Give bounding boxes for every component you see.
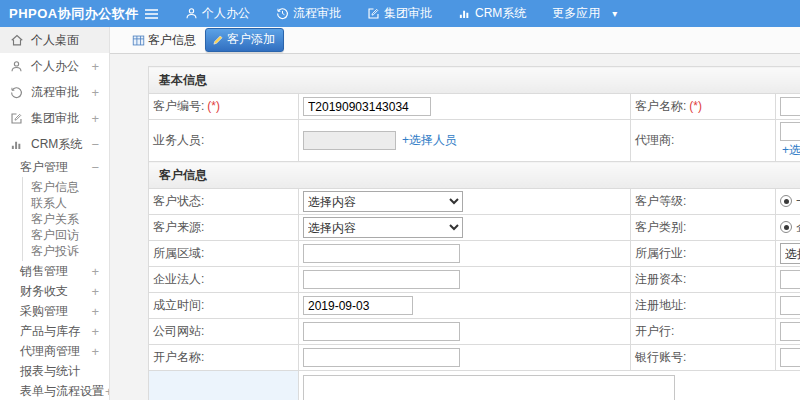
field-cell xyxy=(776,293,800,319)
expand-plus-icon[interactable]: + xyxy=(91,85,99,100)
customer-no-input[interactable] xyxy=(303,97,431,116)
table-row: 成立时间: 注册地址: xyxy=(149,293,800,319)
category-radio[interactable]: 企业 xyxy=(780,219,800,236)
agent-input[interactable] xyxy=(780,122,800,141)
expand-plus-icon[interactable]: + xyxy=(91,324,99,339)
field-label-capital: 注册资本: xyxy=(631,267,776,293)
sidebar-item-form-flow-settings[interactable]: 表单与流程设置 + xyxy=(0,381,109,400)
sidebar-item-report-stats[interactable]: 报表与统计 xyxy=(0,361,109,381)
status-select[interactable]: 选择内容 xyxy=(303,191,463,212)
collapse-minus-icon[interactable]: − xyxy=(91,137,99,152)
topnav-personal-office[interactable]: 个人办公 xyxy=(185,5,250,22)
salesman-input[interactable] xyxy=(303,131,396,150)
menu-toggle-icon[interactable] xyxy=(144,8,159,20)
sidebar-item-flow-approval[interactable]: 流程审批 + xyxy=(0,79,109,105)
field-label-customer-name: 客户名称:(*) xyxy=(631,94,776,120)
collapse-minus-icon[interactable]: − xyxy=(91,160,99,175)
sidebar-item-label: 报表与统计 xyxy=(20,363,80,380)
expand-plus-icon[interactable]: + xyxy=(91,344,99,359)
customer-name-input[interactable] xyxy=(780,97,800,116)
sidebar-item-product-stock[interactable]: 产品与库存 + xyxy=(0,321,109,341)
select-agent-link[interactable]: +选择代理商 xyxy=(782,142,800,159)
expand-plus-icon[interactable]: + xyxy=(91,59,99,74)
expand-plus-icon[interactable]: + xyxy=(91,284,99,299)
field-label-status: 客户状态: xyxy=(149,189,299,215)
sidebar-item-customer-complaint[interactable]: 客户投诉 xyxy=(23,243,109,259)
sidebar-item-desktop[interactable]: 个人桌面 xyxy=(0,27,109,53)
expand-plus-icon[interactable]: + xyxy=(91,111,99,126)
topnav-crm[interactable]: CRM系统 xyxy=(458,5,526,22)
history-icon xyxy=(9,86,24,99)
field-label-bank: 开户行: xyxy=(631,319,776,345)
chevron-down-icon: ▾ xyxy=(612,8,617,19)
bar-chart-icon xyxy=(458,7,471,20)
sidebar-item-customer-visit[interactable]: 客户回访 xyxy=(23,227,109,243)
required-mark: (*) xyxy=(207,99,220,113)
field-cell: 选择内容 xyxy=(299,215,631,241)
account-name-input[interactable] xyxy=(303,348,460,367)
table-row: 客户编号:(*) 客户名称:(*) xyxy=(149,94,800,120)
table-row: 客户来源: 选择内容 客户类别: 企业 xyxy=(149,215,800,241)
expand-plus-icon[interactable]: + xyxy=(91,264,99,279)
sidebar-item-label: 个人办公 xyxy=(31,58,79,75)
sidebar-item-customer-mgmt[interactable]: 客户管理 − xyxy=(0,157,109,177)
table-row: 开户名称: 银行账号: xyxy=(149,345,800,371)
website-input[interactable] xyxy=(303,322,460,341)
select-salesman-link[interactable]: +选择人员 xyxy=(402,133,457,147)
sidebar-item-label: 采购管理 xyxy=(20,303,68,320)
sidebar-item-group-approval[interactable]: 集团审批 + xyxy=(0,105,109,131)
capital-input[interactable] xyxy=(780,270,800,289)
topnav-group-approval[interactable]: 集团审批 xyxy=(367,5,432,22)
sidebar-item-label: 产品与库存 xyxy=(20,323,80,340)
sidebar-item-finance[interactable]: 财务收支 + xyxy=(0,281,109,301)
sidebar-item-personal-office[interactable]: 个人办公 + xyxy=(0,53,109,79)
field-cell xyxy=(776,267,800,293)
pencil-icon xyxy=(212,34,224,46)
reg-address-input[interactable] xyxy=(780,296,800,315)
region-input[interactable] xyxy=(303,244,460,263)
remark-textarea[interactable] xyxy=(303,375,675,400)
sidebar-item-crm[interactable]: CRM系统 − xyxy=(0,131,109,157)
section-header-customer: 客户信息 xyxy=(149,162,800,189)
field-label-account-name: 开户名称: xyxy=(149,345,299,371)
tab-label: 客户信息 xyxy=(148,32,196,49)
field-cell xyxy=(299,371,800,400)
main-area: 客户信息 客户添加 基本信息 客户编号:(*) xyxy=(110,27,800,400)
sidebar-item-label: 代理商管理 xyxy=(20,343,80,360)
sidebar-item-customer-relation[interactable]: 客户关系 xyxy=(23,211,109,227)
field-label-founded-date: 成立时间: xyxy=(149,293,299,319)
topnav-flow-approval[interactable]: 流程审批 xyxy=(276,5,341,22)
field-label-agent: 代理商: xyxy=(631,120,776,162)
founded-date-input[interactable] xyxy=(303,296,413,315)
customer-add-form: 基本信息 客户编号:(*) 客户名称:(*) xyxy=(148,66,800,400)
sidebar-item-label: 客户管理 xyxy=(20,159,68,176)
sidebar-item-sales-mgmt[interactable]: 销售管理 + xyxy=(0,261,109,281)
form-content: 基本信息 客户编号:(*) 客户名称:(*) xyxy=(110,54,800,400)
field-cell xyxy=(776,319,800,345)
topnav-more-apps[interactable]: 更多应用 ▾ xyxy=(552,5,617,22)
bank-input[interactable] xyxy=(780,322,800,341)
grade-radio[interactable]: 一星 xyxy=(780,193,800,210)
tab-customer-add[interactable]: 客户添加 xyxy=(205,28,284,52)
sidebar-item-customer-info[interactable]: 客户信息 xyxy=(23,179,109,195)
field-label-customer-no: 客户编号:(*) xyxy=(149,94,299,120)
table-row: 所属区域: 所属行业: 选择内容 xyxy=(149,241,800,267)
source-select[interactable]: 选择内容 xyxy=(303,217,463,238)
sidebar-item-contacts[interactable]: 联系人 xyxy=(23,195,109,211)
topnav-label: 个人办公 xyxy=(202,5,250,22)
app-window: PHPOA协同办公软件 个人办公 流程审批 集团审批 xyxy=(0,0,800,400)
legal-person-input[interactable] xyxy=(303,270,460,289)
table-row: 客户状态: 选择内容 客户等级: 一星 xyxy=(149,189,800,215)
tab-label: 客户添加 xyxy=(227,31,275,48)
field-label-remark xyxy=(149,371,299,400)
industry-select[interactable]: 选择内容 xyxy=(780,243,800,264)
sidebar-item-purchase-mgmt[interactable]: 采购管理 + xyxy=(0,301,109,321)
expand-plus-icon[interactable]: + xyxy=(91,304,99,319)
bank-account-input[interactable] xyxy=(780,348,800,367)
tab-customer-info[interactable]: 客户信息 xyxy=(127,30,201,51)
field-label-legal-person: 企业法人: xyxy=(149,267,299,293)
sidebar-item-agent-mgmt[interactable]: 代理商管理 + xyxy=(0,341,109,361)
field-label-source: 客户来源: xyxy=(149,215,299,241)
topnav-label: 更多应用 xyxy=(552,5,600,22)
customer-mgmt-submenu: 客户信息 联系人 客户关系 客户回访 客户投诉 xyxy=(22,177,109,261)
